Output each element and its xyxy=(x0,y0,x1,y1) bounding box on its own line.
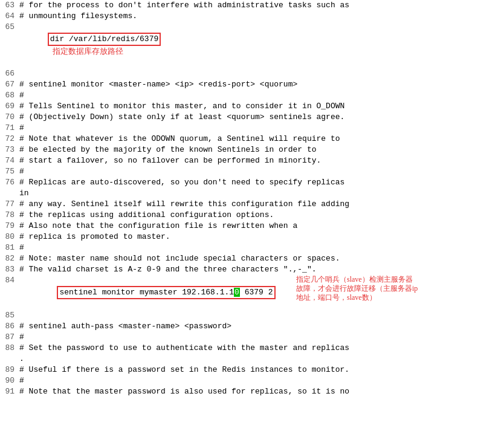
annotation-84: 指定几个哨兵（slave）检测主服务器故障，才会进行故障迁移（主服务器ip地址，… xyxy=(296,275,502,302)
code-line-67: 67 # sentinel monitor <master-name> <ip>… xyxy=(0,79,504,90)
line-num-67: 67 xyxy=(0,79,19,90)
code-line-74: 74 # start a failover, so no failover ca… xyxy=(0,155,504,166)
line-num-70: 70 xyxy=(0,112,19,123)
line-num-75: 75 xyxy=(0,166,19,177)
line-num-85: 85 xyxy=(0,310,19,321)
line-content-68: # xyxy=(19,90,502,101)
line-content-81: # xyxy=(19,242,502,253)
code-line-79: 79 # Also note that the configuration fi… xyxy=(0,221,504,232)
line-content-72: # Note that whatever is the ODOWN quorum… xyxy=(19,134,502,144)
line-num-71: 71 xyxy=(0,123,19,134)
code-line-76: 76 # Replicas are auto-discovered, so yo… xyxy=(0,177,504,188)
line-content-65: dir /var/lib/redis/6379 指定数据库存放路径 xyxy=(19,22,502,68)
line-num-79: 79 xyxy=(0,221,19,232)
code-line-87: 87 # xyxy=(0,332,504,343)
annotation-65: 指定数据库存放路径 xyxy=(53,47,123,56)
line-num-88: 88 xyxy=(0,343,19,354)
code-line-77: 77 # any way. Sentinel itself will rewri… xyxy=(0,199,504,210)
line-content-84: sentinel monitor mymaster 192.168.1.10 6… xyxy=(19,275,276,310)
line-content-88-cont: . xyxy=(19,354,502,365)
code-line-88-cont: 88 . xyxy=(0,354,504,365)
line-num-66: 66 xyxy=(0,68,19,79)
code-line-86: 86 # sentinel auth-pass <master-name> <p… xyxy=(0,321,504,332)
line-content-70: # (Objectively Down) state only if at le… xyxy=(19,112,502,123)
line-num-80: 80 xyxy=(0,232,19,242)
line-content-79: # Also note that the configuration file … xyxy=(19,221,502,232)
line-num-90: 90 xyxy=(0,375,19,386)
code-line-69: 69 # Tells Sentinel to monitor this mast… xyxy=(0,101,504,112)
code-line-64: 64 # unmounting filesystems. xyxy=(0,11,504,22)
line-content-67: # sentinel monitor <master-name> <ip> <r… xyxy=(19,79,502,90)
line-num-76: 76 xyxy=(0,177,19,188)
line-content-76-cont: in xyxy=(19,188,502,199)
code-line-80: 80 # replica is promoted to master. xyxy=(0,232,504,242)
code-line-88: 88 # Set the password to use to authenti… xyxy=(0,343,504,354)
code-line-84: 84 sentinel monitor mymaster 192.168.1.1… xyxy=(0,275,278,310)
line-content-76: # Replicas are auto-discovered, so you d… xyxy=(19,177,502,188)
code-line-63: 63 # for the process to don't interfere … xyxy=(0,0,504,11)
code-line-90: 90 # xyxy=(0,375,504,386)
line-num-74: 74 xyxy=(0,155,19,166)
line-num-64: 64 xyxy=(0,11,19,22)
line-num-77: 77 xyxy=(0,199,19,210)
line-num-84: 84 xyxy=(0,275,19,286)
line-content-90: # xyxy=(19,375,502,386)
code-line-65: 65 dir /var/lib/redis/6379 指定数据库存放路径 xyxy=(0,22,504,68)
code-line-82: 82 # Note: master name should not includ… xyxy=(0,253,504,264)
line-content-64: # unmounting filesystems. xyxy=(19,11,502,22)
line-content-91: # Note that the master password is also … xyxy=(19,386,502,397)
line-content-71: # xyxy=(19,123,502,134)
line-num-68: 68 xyxy=(0,90,19,101)
code-line-91: 91 # Note that the master password is al… xyxy=(0,386,504,397)
line-num-73: 73 xyxy=(0,144,19,155)
code-line-83: 83 # The valid charset is A-z 0-9 and th… xyxy=(0,264,504,275)
line-content-63: # for the process to don't interfere wit… xyxy=(19,0,502,11)
line-content-82: # Note: master name should not include s… xyxy=(19,253,502,264)
line-num-83: 83 xyxy=(0,264,19,275)
line-content-77: # any way. Sentinel itself will rewrite … xyxy=(19,199,502,210)
line-num-78: 78 xyxy=(0,210,19,221)
line-content-78: # the replicas using additional configur… xyxy=(19,210,502,221)
code-line-76-cont: 76 in xyxy=(0,188,504,199)
line-num-87: 87 xyxy=(0,332,19,343)
code-line-70: 70 # (Objectively Down) state only if at… xyxy=(0,112,504,123)
code-editor: 63 # for the process to don't interfere … xyxy=(0,0,504,428)
line-num-86: 86 xyxy=(0,321,19,332)
highlight-65: dir /var/lib/redis/6379 xyxy=(48,33,161,46)
line-content-69: # Tells Sentinel to monitor this master,… xyxy=(19,101,502,112)
line-content-74: # start a failover, so no failover can b… xyxy=(19,155,502,166)
code-line-78: 78 # the replicas using additional confi… xyxy=(0,210,504,221)
line-num-72: 72 xyxy=(0,134,19,144)
code-line-75: 75 # xyxy=(0,166,504,177)
line-num-82: 82 xyxy=(0,253,19,264)
line-num-63: 63 xyxy=(0,0,19,11)
line-content-88: # Set the password to use to authenticat… xyxy=(19,343,502,354)
line-content-80: # replica is promoted to master. xyxy=(19,232,502,242)
line-content-83: # The valid charset is A-z 0-9 and the t… xyxy=(19,264,502,275)
line-num-69: 69 xyxy=(0,101,19,112)
code-line-72: 72 # Note that whatever is the ODOWN quo… xyxy=(0,134,504,144)
line-num-89: 89 xyxy=(0,365,19,375)
code-line-84-wrapper: 84 sentinel monitor mymaster 192.168.1.1… xyxy=(0,275,504,310)
code-line-71: 71 # xyxy=(0,123,504,134)
code-line-85: 85 xyxy=(0,310,504,321)
line-content-87: # xyxy=(19,332,502,343)
line-num-65: 65 xyxy=(0,22,19,33)
code-line-68: 68 # xyxy=(0,90,504,101)
code-line-81: 81 # xyxy=(0,242,504,253)
line-content-73: # be elected by the majority of the know… xyxy=(19,144,502,155)
code-line-73: 73 # be elected by the majority of the k… xyxy=(0,144,504,155)
line-content-86: # sentinel auth-pass <master-name> <pass… xyxy=(19,321,502,332)
code-line-89: 89 # Useful if there is a password set i… xyxy=(0,365,504,375)
line-num-81: 81 xyxy=(0,242,19,253)
highlight-84: sentinel monitor mymaster 192.168.1.10 6… xyxy=(57,286,275,299)
line-content-89: # Useful if there is a password set in t… xyxy=(19,365,502,375)
line-num-91: 91 xyxy=(0,386,19,397)
line-content-75: # xyxy=(19,166,502,177)
code-line-66: 66 xyxy=(0,68,504,79)
